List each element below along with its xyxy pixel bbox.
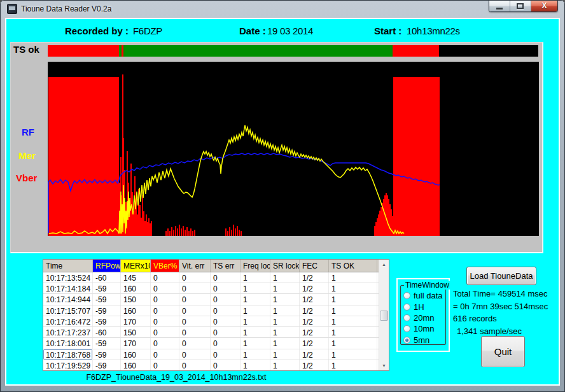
column-header-merx10[interactable]: MERx10 bbox=[121, 260, 151, 272]
column-header-fec[interactable]: FEC bbox=[300, 260, 329, 272]
table-row[interactable]: 10:17:14:944-59150000111/21 bbox=[43, 294, 379, 305]
column-header-freq-lock[interactable]: Freq lock bbox=[241, 260, 270, 272]
table-body[interactable]: 10:17:13:524-60145000111/2110:17:14:184-… bbox=[43, 272, 379, 370]
table-cell[interactable]: 1/2 bbox=[300, 294, 329, 304]
table-cell[interactable]: 1/2 bbox=[300, 316, 329, 326]
table-cell[interactable]: 1 bbox=[270, 338, 300, 348]
table-cell[interactable]: 0 bbox=[179, 316, 211, 326]
table-row[interactable]: 10:17:14:184-59160000111/21 bbox=[43, 283, 379, 294]
table-cell[interactable]: 1 bbox=[270, 316, 300, 326]
table-row[interactable]: 10:17:17:237-60150000111/21 bbox=[43, 327, 379, 338]
table-cell[interactable]: -59 bbox=[93, 338, 121, 348]
table-cell[interactable]: 0 bbox=[211, 349, 241, 360]
radio-10mn[interactable]: 10mn bbox=[403, 323, 444, 334]
column-header-rfpower[interactable]: RFPower bbox=[93, 260, 121, 272]
scrollbar-thumb[interactable] bbox=[380, 311, 388, 321]
close-button[interactable]: X bbox=[531, 1, 557, 12]
table-row[interactable]: 10:17:18:768-59160000111/21 bbox=[43, 349, 379, 360]
table-cell[interactable]: 1/2 bbox=[300, 360, 329, 370]
table-cell[interactable]: 0 bbox=[151, 305, 179, 316]
table-cell[interactable]: 0 bbox=[211, 338, 241, 348]
radio-circle-icon[interactable] bbox=[403, 325, 410, 332]
table-cell[interactable]: 1 bbox=[270, 283, 300, 293]
table-cell[interactable]: 0 bbox=[151, 294, 179, 304]
table-cell[interactable]: 1 bbox=[329, 338, 377, 348]
table-cell[interactable]: 1 bbox=[241, 360, 270, 370]
table-cell[interactable]: 1/2 bbox=[300, 305, 329, 316]
table-cell[interactable]: 0 bbox=[151, 272, 179, 283]
table-cell[interactable]: -60 bbox=[93, 272, 121, 283]
table-cell[interactable]: 0 bbox=[211, 283, 241, 293]
table-cell[interactable]: 1/2 bbox=[300, 272, 329, 283]
radio-circle-icon[interactable] bbox=[403, 314, 410, 321]
table-scrollbar[interactable]: ▲ ▼ bbox=[379, 260, 389, 370]
column-header-vit-err[interactable]: Vit. err bbox=[179, 260, 211, 272]
scroll-up-arrow-icon[interactable]: ▲ bbox=[379, 260, 389, 269]
table-cell[interactable]: 0 bbox=[151, 327, 179, 337]
table-cell[interactable]: 160 bbox=[121, 283, 151, 293]
table-cell[interactable]: 0 bbox=[211, 360, 241, 370]
table-cell[interactable]: 1 bbox=[329, 316, 377, 326]
table-cell[interactable]: 1 bbox=[329, 360, 377, 370]
table-cell[interactable]: 0 bbox=[179, 349, 211, 360]
table-cell[interactable]: 10:17:18:001 bbox=[43, 338, 93, 348]
table-cell[interactable]: 0 bbox=[211, 316, 241, 326]
table-cell[interactable]: 10:17:13:524 bbox=[43, 272, 93, 283]
records-table[interactable]: TimeRFPowerMERx10VBer%Vit. errTS errFreq… bbox=[43, 259, 389, 371]
table-cell[interactable]: 160 bbox=[121, 349, 151, 360]
table-cell[interactable]: 10:17:19:529 bbox=[43, 360, 93, 370]
table-cell[interactable]: 1/2 bbox=[300, 283, 329, 293]
table-cell[interactable]: 10:17:14:184 bbox=[43, 283, 93, 293]
table-cell[interactable]: 1 bbox=[270, 272, 300, 283]
table-cell[interactable]: 1 bbox=[241, 327, 270, 337]
table-cell[interactable]: 0 bbox=[211, 272, 241, 283]
table-cell[interactable]: 1 bbox=[270, 349, 300, 360]
table-cell[interactable]: 170 bbox=[121, 316, 151, 326]
table-cell[interactable]: 1 bbox=[270, 294, 300, 304]
table-cell[interactable]: 1 bbox=[329, 294, 377, 304]
table-cell[interactable]: -59 bbox=[93, 305, 121, 316]
table-cell[interactable]: 0 bbox=[151, 360, 179, 370]
table-cell[interactable]: 0 bbox=[179, 294, 211, 304]
minimize-button[interactable] bbox=[489, 1, 510, 12]
table-cell[interactable]: 10:17:14:944 bbox=[43, 294, 93, 304]
table-cell[interactable]: -59 bbox=[93, 283, 121, 293]
table-cell[interactable]: 0 bbox=[151, 316, 179, 326]
table-cell[interactable]: 145 bbox=[121, 272, 151, 283]
table-cell[interactable]: 1 bbox=[241, 294, 270, 304]
radio-circle-icon[interactable] bbox=[403, 337, 410, 344]
table-cell[interactable]: 1 bbox=[270, 305, 300, 316]
table-cell[interactable]: 0 bbox=[179, 272, 211, 283]
column-header-vber-[interactable]: VBer% bbox=[151, 260, 179, 272]
table-cell[interactable]: 0 bbox=[211, 294, 241, 304]
quit-button[interactable]: Quit bbox=[481, 336, 525, 367]
table-cell[interactable]: 0 bbox=[179, 283, 211, 293]
table-cell[interactable]: 0 bbox=[211, 305, 241, 316]
column-header-ts-err[interactable]: TS err bbox=[211, 260, 241, 272]
table-row[interactable]: 10:17:16:472-59170000111/21 bbox=[43, 316, 379, 327]
table-cell[interactable]: 1/2 bbox=[300, 338, 329, 348]
table-cell[interactable]: -59 bbox=[93, 316, 121, 326]
table-cell[interactable]: 150 bbox=[121, 327, 151, 337]
table-cell[interactable]: 1 bbox=[329, 305, 377, 316]
table-cell[interactable]: 0 bbox=[151, 283, 179, 293]
table-cell[interactable]: 10:17:15:707 bbox=[43, 305, 93, 316]
table-row[interactable]: 10:17:19:529-59160000111/21 bbox=[43, 360, 379, 370]
table-cell[interactable]: 1 bbox=[329, 349, 377, 360]
table-cell[interactable]: -59 bbox=[93, 294, 121, 304]
table-cell[interactable]: -60 bbox=[93, 327, 121, 337]
table-cell[interactable]: 0 bbox=[179, 305, 211, 316]
table-cell[interactable]: 170 bbox=[121, 338, 151, 348]
table-cell[interactable]: 1 bbox=[270, 360, 300, 370]
table-cell[interactable]: 10:17:18:768 bbox=[43, 349, 93, 360]
radio-20mn[interactable]: 20mn bbox=[403, 312, 444, 323]
title-bar[interactable]: Tioune Data Reader V0.2a X bbox=[0, 0, 565, 18]
column-header-ts-ok[interactable]: TS OK bbox=[329, 260, 377, 272]
table-cell[interactable]: 1 bbox=[241, 305, 270, 316]
table-cell[interactable]: 1 bbox=[329, 272, 377, 283]
table-cell[interactable]: 1 bbox=[329, 283, 377, 293]
table-cell[interactable]: -59 bbox=[93, 349, 121, 360]
table-row[interactable]: 10:17:18:001-59170000111/21 bbox=[43, 338, 379, 349]
table-cell[interactable]: 1 bbox=[241, 272, 270, 283]
table-row[interactable]: 10:17:15:707-59160000111/21 bbox=[43, 305, 379, 316]
